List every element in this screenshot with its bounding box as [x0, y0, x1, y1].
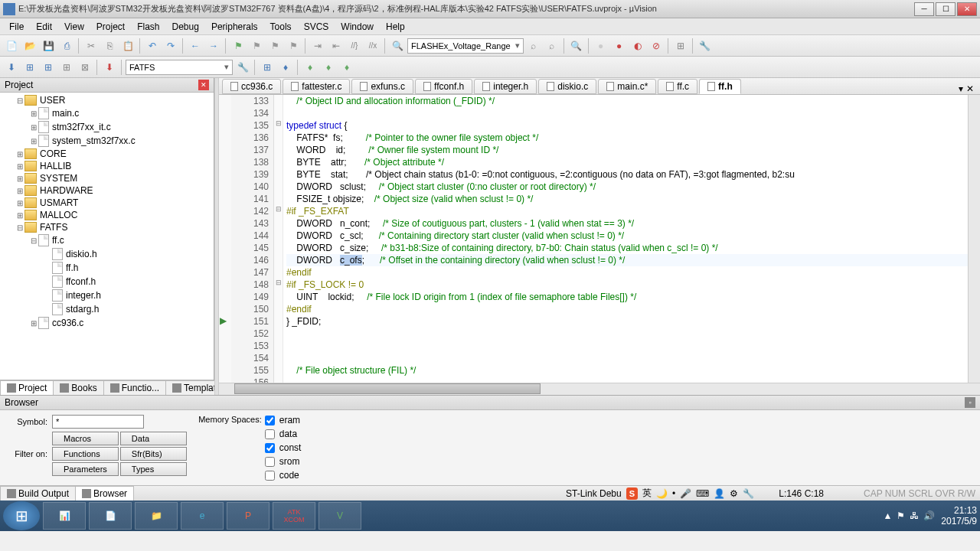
ime-user-icon[interactable]: 👤 [714, 488, 725, 499]
tree-item[interactable]: ⊞HARDWARE [2, 184, 212, 197]
task-powerpoint[interactable]: P [227, 502, 270, 530]
ime-mic-icon[interactable]: 🎤 [680, 488, 691, 499]
tree-item[interactable]: ffconf.h [2, 275, 212, 289]
translate-button[interactable]: ⬇ [3, 59, 20, 76]
nav-fwd-button[interactable]: → [205, 37, 222, 54]
memcheck-data[interactable]: data [265, 429, 302, 439]
build-button[interactable]: ⊞ [21, 59, 38, 76]
minimize-button[interactable]: ─ [914, 2, 934, 16]
find-in-files-button[interactable]: ⌕ [525, 37, 542, 54]
file-tab[interactable]: main.c* [598, 79, 656, 94]
manage-rte-button[interactable]: ♦ [302, 59, 318, 76]
ime-keyboard-icon[interactable]: ⌨ [696, 488, 709, 499]
tree-item[interactable]: ⊞USMART [2, 197, 212, 209]
ime-wrench-icon[interactable]: 🔧 [743, 488, 754, 499]
project-tab-2[interactable]: Functio... [103, 380, 166, 395]
file-tab[interactable]: integer.h [474, 79, 537, 94]
breakpoint-insert-button[interactable]: ● [593, 37, 609, 54]
task-atk-xcom[interactable]: ATKXCOM [273, 502, 315, 530]
menu-peripherals[interactable]: Peripherals [205, 20, 264, 34]
incremental-find-button[interactable]: ⌕ [544, 37, 560, 54]
window-button[interactable]: ⊞ [672, 37, 689, 54]
tree-expander[interactable]: ⊞ [15, 162, 24, 171]
tray-flag-icon[interactable]: ⚑ [897, 510, 905, 521]
configure-button[interactable]: 🔧 [697, 37, 714, 54]
target-combo[interactable]: FATFS [126, 60, 233, 75]
tree-item[interactable]: ⊞SYSTEM [2, 172, 212, 184]
nav-back-button[interactable]: ← [187, 37, 204, 54]
comment-button[interactable]: //} [346, 37, 363, 54]
file-tab[interactable]: ff.c [658, 79, 697, 94]
clock[interactable]: 21:13 2017/5/9 [941, 505, 977, 527]
breakpoint-kill-button[interactable]: ⊘ [648, 37, 665, 54]
indent-button[interactable]: ⇥ [309, 37, 326, 54]
select-pack-button[interactable]: ♦ [320, 59, 337, 76]
new-button[interactable]: 📄 [3, 37, 20, 54]
tree-item[interactable]: ⊟ff.c [2, 233, 212, 247]
tab-close-icon[interactable]: ✕ [966, 83, 974, 94]
tree-item[interactable]: ⊞HALLIB [2, 160, 212, 172]
open-button[interactable]: 📂 [21, 37, 38, 54]
tree-expander[interactable]: ⊞ [29, 109, 38, 118]
breakpoint-enable-button[interactable]: ● [611, 37, 628, 54]
menu-debug[interactable]: Debug [166, 20, 205, 34]
file-tab[interactable]: ffconf.h [415, 79, 472, 94]
code-editor[interactable]: ▶ 13313413513613713813914014114214314414… [219, 95, 980, 383]
stop-build-button[interactable]: ⊠ [77, 59, 93, 76]
tray-network-icon[interactable]: 🖧 [910, 510, 919, 521]
tree-item[interactable]: ⊞main.c [2, 106, 212, 120]
tree-item[interactable]: ⊞system_stm32f7xx.c [2, 134, 212, 148]
tree-item[interactable]: ⊟USER [2, 94, 212, 106]
find-combo[interactable]: FLASHEx_Voltage_Range [407, 38, 524, 54]
bookmark-clear-button[interactable]: ⚑ [285, 37, 302, 54]
symbol-input[interactable] [52, 415, 144, 429]
browser-tab-1[interactable]: Browser [75, 486, 134, 500]
project-tree[interactable]: ⊟USER⊞main.c⊞stm32f7xx_it.c⊞system_stm32… [0, 93, 214, 380]
tree-item[interactable]: ⊞stm32f7xx_it.c [2, 120, 212, 134]
redo-button[interactable]: ↷ [162, 37, 179, 54]
copy-button[interactable]: ⎘ [101, 37, 118, 54]
tree-item[interactable]: ff.h [2, 261, 212, 275]
cut-button[interactable]: ✂ [83, 37, 100, 54]
tree-expander[interactable]: ⊞ [15, 174, 24, 183]
bookmark-next-button[interactable]: ⚑ [266, 37, 283, 54]
menu-view[interactable]: View [58, 20, 90, 34]
ime-gear-icon[interactable]: ⚙ [730, 488, 738, 499]
uncomment-button[interactable]: //x [364, 37, 381, 54]
menu-tools[interactable]: Tools [264, 20, 298, 34]
memcheck-code[interactable]: code [265, 470, 302, 481]
filter-functions[interactable]: Functions [52, 447, 119, 461]
maximize-button[interactable]: ☐ [936, 2, 956, 16]
tree-expander[interactable]: ⊞ [15, 187, 24, 195]
breakpoint-disable-button[interactable]: ◐ [629, 37, 646, 54]
filter-parameters[interactable]: Parameters [52, 462, 119, 476]
task-explorer[interactable]: 📁 [135, 502, 178, 530]
batch-build-button[interactable]: ⊞ [58, 59, 75, 76]
file-tab[interactable]: diskio.c [538, 79, 596, 94]
ime-moon-icon[interactable]: 🌙 [656, 488, 668, 499]
tree-expander[interactable]: ⊞ [15, 150, 24, 158]
menu-window[interactable]: Window [335, 20, 380, 34]
saveall-button[interactable]: ⎙ [58, 37, 75, 54]
file-tab[interactable]: ff.h [699, 79, 741, 94]
tree-item[interactable]: ⊟FATFS [2, 221, 212, 233]
memcheck-eram[interactable]: eram [265, 415, 302, 425]
horizontal-scrollbar[interactable] [219, 383, 980, 395]
filter-types[interactable]: Types [120, 462, 187, 476]
file-ext-button[interactable]: ⊞ [259, 59, 276, 76]
target-options-button[interactable]: 🔧 [234, 59, 251, 76]
project-tab-1[interactable]: Books [53, 380, 103, 395]
tree-item[interactable]: ⊞MALLOC [2, 209, 212, 221]
code-content[interactable]: /* Object ID and allocation information … [283, 95, 968, 383]
tree-item[interactable]: integer.h [2, 289, 212, 302]
fold-column[interactable]: ⊟⊟⊟⊟ [274, 95, 283, 383]
vertical-scrollbar[interactable] [968, 95, 980, 383]
tree-item[interactable]: stdarg.h [2, 302, 212, 316]
tree-item[interactable]: ⊞CORE [2, 148, 212, 160]
menu-svcs[interactable]: SVCS [298, 20, 335, 34]
task-app-2[interactable]: 📄 [89, 502, 132, 530]
close-button[interactable]: ✕ [957, 2, 977, 16]
file-tab[interactable]: cc936.c [222, 79, 281, 94]
browser-pin-button[interactable]: ▫ [965, 397, 975, 408]
tree-expander[interactable]: ⊞ [29, 123, 38, 132]
